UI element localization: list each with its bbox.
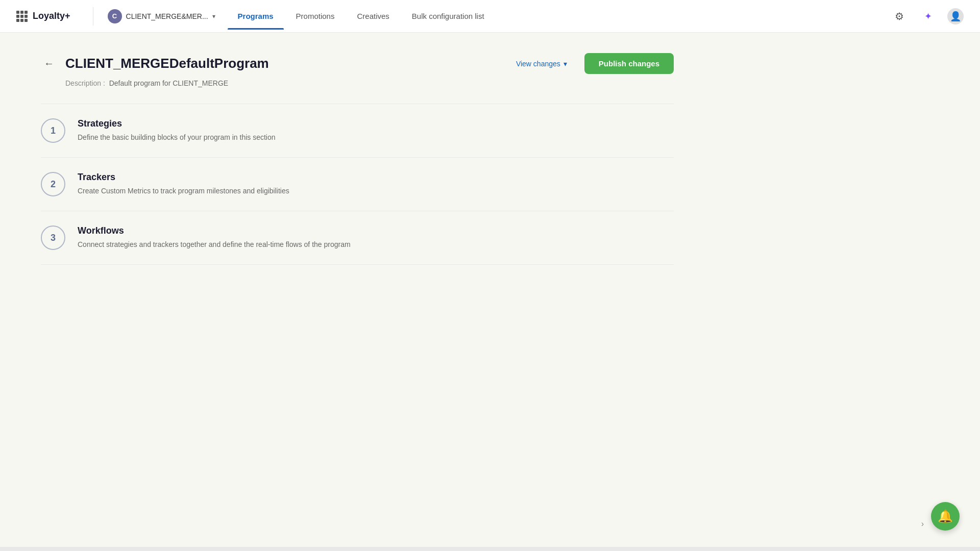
description-row: Description : Default program for CLIENT… [65, 79, 674, 87]
section-item-workflows[interactable]: 3 Workflows Connect strategies and track… [41, 211, 674, 264]
navbar: Loyalty+ C CLIENT_MERGE&MER... ▾ Program… [0, 0, 980, 33]
view-changes-label: View changes [516, 60, 560, 68]
section-desc-trackers: Create Custom Metrics to track program m… [78, 186, 289, 196]
sidebar-expand-arrow[interactable]: › [919, 517, 926, 531]
navbar-actions: ⚙ ✦ 👤 [890, 7, 964, 26]
description-text: Default program for CLIENT_MERGE [109, 79, 228, 87]
back-button[interactable]: ← [41, 56, 57, 72]
client-avatar: C [108, 9, 122, 23]
section-title-trackers: Trackers [78, 172, 289, 183]
nav-links: Programs Promotions Creatives Bulk confi… [228, 8, 890, 24]
section-divider-3 [41, 264, 674, 265]
client-selector[interactable]: C CLIENT_MERGE&MER... ▾ [104, 7, 219, 26]
nav-link-programs[interactable]: Programs [228, 8, 284, 24]
chevron-down-icon-2: ▾ [564, 60, 567, 68]
user-icon: 👤 [950, 11, 961, 22]
nav-divider [93, 7, 93, 26]
section-number-1: 1 [41, 118, 65, 143]
section-desc-strategies: Define the basic building blocks of your… [78, 132, 276, 143]
user-avatar[interactable]: 👤 [947, 8, 964, 24]
section-list: 1 Strategies Define the basic building b… [41, 104, 674, 265]
chevron-right-icon: › [921, 519, 924, 529]
main-content: ← CLIENT_MERGEDefaultProgram View change… [0, 33, 715, 285]
chevron-down-icon: ▾ [212, 13, 215, 20]
section-desc-workflows: Connect strategies and trackers together… [78, 239, 351, 250]
ai-button[interactable]: ✦ [919, 7, 937, 26]
nav-link-promotions[interactable]: Promotions [286, 8, 345, 24]
section-number-3: 3 [41, 226, 65, 250]
nav-link-bulk-config[interactable]: Bulk configuration list [402, 8, 495, 24]
view-changes-button[interactable]: View changes ▾ [507, 55, 576, 73]
header-actions: View changes ▾ Publish changes [507, 53, 674, 74]
settings-button[interactable]: ⚙ [890, 7, 909, 26]
gear-icon: ⚙ [895, 10, 904, 22]
description-label: Description : [65, 79, 105, 87]
section-title-strategies: Strategies [78, 118, 276, 129]
bell-icon: 🔔 [938, 509, 953, 523]
section-item-strategies[interactable]: 1 Strategies Define the basic building b… [41, 104, 674, 157]
section-title-workflows: Workflows [78, 226, 351, 236]
section-content-workflows: Workflows Connect strategies and tracker… [78, 226, 351, 250]
page-header: ← CLIENT_MERGEDefaultProgram View change… [41, 53, 674, 74]
section-item-trackers[interactable]: 2 Trackers Create Custom Metrics to trac… [41, 158, 674, 211]
sparkle-icon: ✦ [924, 11, 932, 22]
grid-icon [16, 11, 28, 22]
nav-link-creatives[interactable]: Creatives [347, 8, 399, 24]
publish-changes-button[interactable]: Publish changes [584, 53, 674, 74]
client-name: CLIENT_MERGE&MER... [126, 12, 208, 20]
page-title-row: ← CLIENT_MERGEDefaultProgram [41, 56, 269, 72]
section-content-trackers: Trackers Create Custom Metrics to track … [78, 172, 289, 196]
notification-fab[interactable]: 🔔 [931, 502, 960, 531]
section-content-strategies: Strategies Define the basic building blo… [78, 118, 276, 143]
app-logo[interactable]: Loyalty+ [16, 11, 70, 22]
section-number-2: 2 [41, 172, 65, 196]
page-title: CLIENT_MERGEDefaultProgram [65, 56, 269, 71]
app-name: Loyalty+ [33, 11, 70, 21]
back-arrow-icon: ← [44, 58, 54, 69]
scroll-indicator [0, 547, 980, 551]
